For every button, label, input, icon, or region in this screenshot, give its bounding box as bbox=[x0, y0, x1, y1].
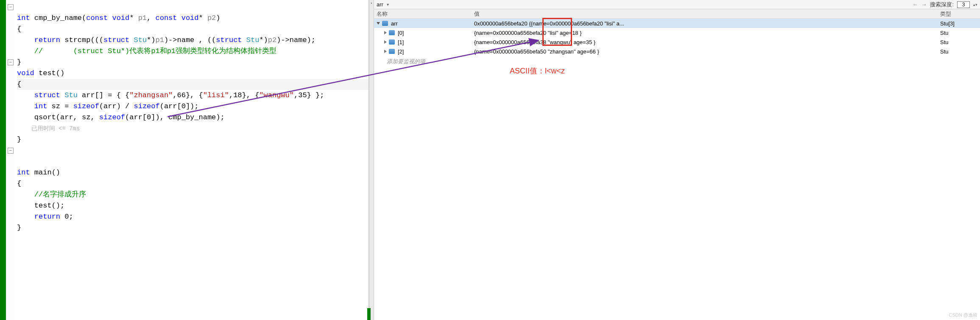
watch-row-name: [1] bbox=[398, 39, 404, 45]
pane-splitter[interactable]: ▴ bbox=[369, 0, 374, 320]
spinner-icon[interactable]: ▴▾ bbox=[973, 3, 977, 7]
expand-toggle-icon[interactable] bbox=[384, 50, 387, 53]
struct-icon bbox=[389, 39, 395, 45]
dropdown-icon[interactable]: ▾ bbox=[387, 2, 389, 7]
fold-toggle-cmp[interactable]: − bbox=[8, 4, 14, 10]
watch-expression[interactable]: arr bbox=[377, 1, 383, 8]
gutter[interactable]: − − − bbox=[6, 0, 15, 320]
watch-row-name: [0] bbox=[398, 30, 404, 36]
fold-toggle-main[interactable]: − bbox=[8, 148, 14, 154]
expand-toggle-icon[interactable] bbox=[384, 31, 387, 34]
nav-forward-icon[interactable]: → bbox=[921, 1, 927, 8]
expand-toggle-icon[interactable] bbox=[384, 40, 387, 44]
struct-icon bbox=[389, 49, 395, 54]
watch-row-value: {name=0x000000a656befa38 "wangwu" age=35… bbox=[472, 38, 938, 46]
watch-toolbar: arr ▾ ← → 搜索深度: ▴▾ bbox=[374, 0, 980, 9]
watch-row-arr[interactable]: arr 0x000000a656befa20 {{name=0x000000a6… bbox=[374, 19, 980, 28]
column-type-header[interactable]: 类型 bbox=[938, 9, 980, 18]
watch-row-type: Stu bbox=[938, 29, 980, 37]
fold-toggle-test[interactable]: − bbox=[8, 59, 14, 65]
watch-row-value: {name=0x000000a656befa50 "zhangsan" age=… bbox=[472, 48, 938, 56]
scroll-up-icon[interactable]: ▴ bbox=[369, 1, 374, 5]
watch-row-name: [2] bbox=[398, 48, 404, 55]
column-name-header[interactable]: 名称 bbox=[374, 9, 472, 18]
watch-row-name: arr bbox=[391, 20, 398, 27]
search-depth-input[interactable] bbox=[957, 1, 970, 8]
watch-header: 名称 值 类型 bbox=[374, 9, 980, 19]
splitter-grip[interactable] bbox=[367, 308, 371, 320]
add-watch-hint[interactable]: 添加要监视的项 bbox=[374, 56, 980, 67]
watch-row-item[interactable]: [1] {name=0x000000a656befa38 "wangwu" ag… bbox=[374, 37, 980, 47]
change-margin bbox=[0, 0, 6, 320]
struct-icon bbox=[382, 21, 388, 26]
code-editor-pane: − − − int cmp_by_name(const void* p1, co… bbox=[0, 0, 369, 320]
watch-pane: arr ▾ ← → 搜索深度: ▴▾ 名称 值 类型 arr 0x000000a… bbox=[374, 0, 980, 320]
watch-row-value: {name=0x000000a656befa20 "lisi" age=18 } bbox=[472, 29, 938, 37]
watch-row-type: Stu bbox=[938, 48, 980, 56]
search-depth-label: 搜索深度: bbox=[930, 1, 954, 8]
struct-icon bbox=[389, 30, 395, 35]
watch-row-item[interactable]: [2] {name=0x000000a656befa50 "zhangsan" … bbox=[374, 47, 980, 56]
expand-toggle-icon[interactable] bbox=[377, 22, 380, 25]
watermark: CSDN @逸峻 bbox=[949, 312, 977, 318]
watch-row-item[interactable]: [0] {name=0x000000a656befa20 "lisi" age=… bbox=[374, 28, 980, 37]
watch-row-type: Stu bbox=[938, 38, 980, 46]
watch-body: arr 0x000000a656befa20 {{name=0x000000a6… bbox=[374, 19, 980, 320]
watch-row-type: Stu[3] bbox=[938, 20, 980, 28]
watch-row-value: 0x000000a656befa20 {{name=0x000000a656be… bbox=[472, 20, 938, 28]
column-value-header[interactable]: 值 bbox=[472, 9, 938, 18]
annotation-ascii: ASCII值：l<w<z bbox=[510, 66, 565, 76]
nav-back-icon[interactable]: ← bbox=[912, 1, 918, 8]
code-area[interactable]: int cmp_by_name(const void* p1, const vo… bbox=[15, 0, 369, 320]
